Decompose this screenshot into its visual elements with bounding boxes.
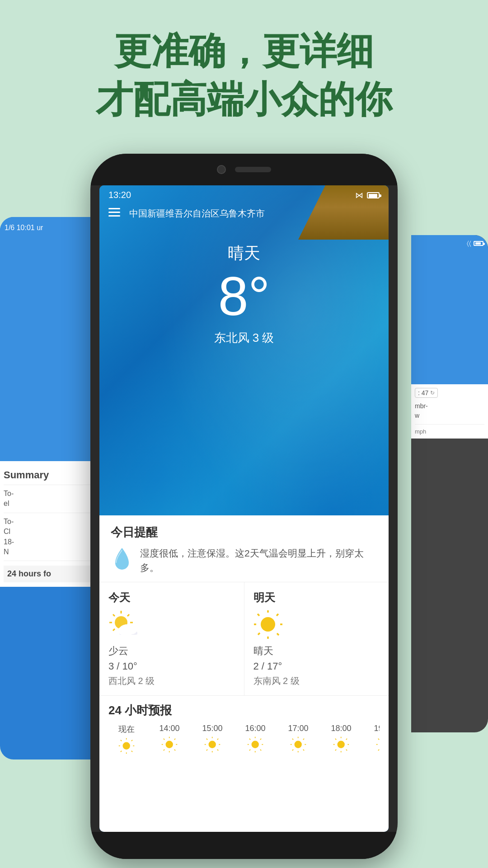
svg-line-72 xyxy=(303,739,304,740)
svg-line-82 xyxy=(335,750,336,750)
back-right-t1: mbr- xyxy=(415,401,484,411)
svg-line-35 xyxy=(131,751,132,752)
svg-point-47 xyxy=(209,741,216,748)
svg-line-63 xyxy=(260,739,261,740)
hourly-icon-4 xyxy=(290,736,307,753)
back-left-24h: 24 hours fo xyxy=(4,566,100,582)
hourly-time-0: 现在 xyxy=(118,724,135,735)
status-bar: 13:20 ⋈ xyxy=(99,185,389,205)
svg-line-43 xyxy=(164,739,164,740)
hourly-item-5: 18:00 xyxy=(323,724,359,755)
svg-line-80 xyxy=(346,750,347,750)
today-temp: 3 / 10° xyxy=(108,660,137,672)
back-left-summary: Summary xyxy=(4,466,100,485)
hourly-item-6: 19:00 xyxy=(366,724,380,755)
svg-rect-2 xyxy=(108,215,120,217)
hourly-icon-0 xyxy=(118,737,135,755)
back-right-t2: w xyxy=(415,411,484,420)
svg-line-36 xyxy=(131,740,132,741)
svg-line-79 xyxy=(335,739,336,740)
back-right-speed: mph xyxy=(415,428,484,435)
hourly-icon-5 xyxy=(333,736,350,753)
svg-line-45 xyxy=(174,739,175,740)
svg-line-46 xyxy=(164,750,164,750)
svg-line-88 xyxy=(378,739,379,740)
today-condition: 少云 xyxy=(108,644,128,658)
hourly-time-2: 15:00 xyxy=(202,724,222,733)
svg-line-64 xyxy=(249,750,250,750)
svg-point-74 xyxy=(338,741,345,748)
weather-temperature: 8° xyxy=(108,269,380,323)
location-text: 中国新疆维吾尔自治区乌鲁木齐市 xyxy=(129,208,265,220)
svg-line-34 xyxy=(121,740,122,741)
tomorrow-label: 明天 xyxy=(253,590,275,605)
svg-line-25 xyxy=(258,614,259,616)
back-left-t1: To- xyxy=(4,489,100,499)
svg-line-10 xyxy=(127,614,129,616)
svg-point-38 xyxy=(166,741,173,748)
hourly-item-2: 15:00 xyxy=(194,724,230,755)
svg-line-28 xyxy=(258,633,260,635)
hourly-title: 24 小时预报 xyxy=(108,703,380,718)
reminder-title: 今日提醒 xyxy=(111,524,377,540)
hourly-time-3: 16:00 xyxy=(245,724,265,733)
svg-line-62 xyxy=(260,750,261,750)
svg-rect-0 xyxy=(108,208,120,209)
humidity-drop-icon xyxy=(111,546,133,575)
svg-line-44 xyxy=(174,750,175,750)
status-time: 13:20 xyxy=(108,190,131,200)
back-right-badge: : 47 xyxy=(418,389,428,396)
status-icons: ⋈ xyxy=(355,190,380,200)
svg-line-91 xyxy=(378,750,379,750)
hourly-item-3: 16:00 xyxy=(237,724,273,755)
hourly-time-5: 18:00 xyxy=(331,724,351,733)
reminder-text: 湿度很低，注意保湿。这2天气温会明显上升，别穿太多。 xyxy=(140,546,377,575)
back-left-t5: 18- xyxy=(4,537,100,547)
hourly-icon-3 xyxy=(247,736,264,753)
hourly-time-6: 19:00 xyxy=(374,724,380,733)
weather-wind: 东北风 3 级 xyxy=(108,330,380,346)
svg-line-27 xyxy=(277,614,278,616)
tomorrow-wind: 东南风 2 级 xyxy=(253,675,300,687)
svg-line-26 xyxy=(277,633,279,635)
svg-line-81 xyxy=(346,739,347,740)
svg-line-37 xyxy=(121,751,122,752)
today-weather-icon xyxy=(108,610,138,639)
headline-line1: 更准确，更详细 xyxy=(0,27,488,75)
back-left-t4: Cl xyxy=(4,527,100,537)
back-left-t2: el xyxy=(4,499,100,509)
reminder-content: 湿度很低，注意保湿。这2天气温会明显上升，别穿太多。 xyxy=(111,546,377,575)
today-forecast: 今天 xyxy=(99,582,244,695)
svg-line-8 xyxy=(113,614,115,616)
hourly-icon-1 xyxy=(161,736,178,753)
svg-line-53 xyxy=(217,750,218,750)
svg-point-20 xyxy=(261,617,275,632)
back-left-t3: To- xyxy=(4,517,100,527)
hourly-scroll[interactable]: 现在 xyxy=(108,724,380,755)
headline: 更准确，更详细 才配高端小众的你 xyxy=(0,27,488,123)
battery-icon xyxy=(367,192,380,198)
phone-back-left: 1/6 10:01 ur Summary To- el To- Cl 18- N… xyxy=(0,217,104,760)
hourly-time-4: 17:00 xyxy=(288,724,308,733)
hourly-item-1: 14:00 xyxy=(151,724,188,755)
phone-back-right: 〈〈 : 47 ↻ mbr- w mph xyxy=(411,235,488,732)
phones-area: 1/6 10:01 ur Summary To- el To- Cl 18- N… xyxy=(0,154,488,868)
back-left-date: 1/6 10:01 ur xyxy=(5,224,99,232)
hourly-section: 24 小时预报 现在 xyxy=(99,696,389,759)
today-wind: 西北风 2 级 xyxy=(108,675,155,687)
today-reminder-section: 今日提醒 湿度很低，注意保湿。这2天气温会明显上升，别穿太多。 xyxy=(99,515,389,582)
tomorrow-temp: 2 / 17° xyxy=(253,660,282,672)
menu-icon[interactable] xyxy=(108,207,120,220)
hourly-icon-6 xyxy=(375,736,380,753)
svg-line-54 xyxy=(217,739,218,740)
headline-line2: 才配高端小众的你 xyxy=(0,75,488,124)
back-left-t6: N xyxy=(4,547,100,557)
front-camera xyxy=(217,165,226,174)
svg-line-61 xyxy=(249,739,250,740)
phone-top-bezel xyxy=(90,154,398,185)
today-label: 今天 xyxy=(108,590,130,605)
screen-content: 13:20 ⋈ xyxy=(99,185,389,832)
phone-screen: 13:20 ⋈ xyxy=(99,185,389,832)
hourly-item-4: 17:00 xyxy=(280,724,316,755)
refresh-icon[interactable]: ↻ xyxy=(366,774,373,783)
